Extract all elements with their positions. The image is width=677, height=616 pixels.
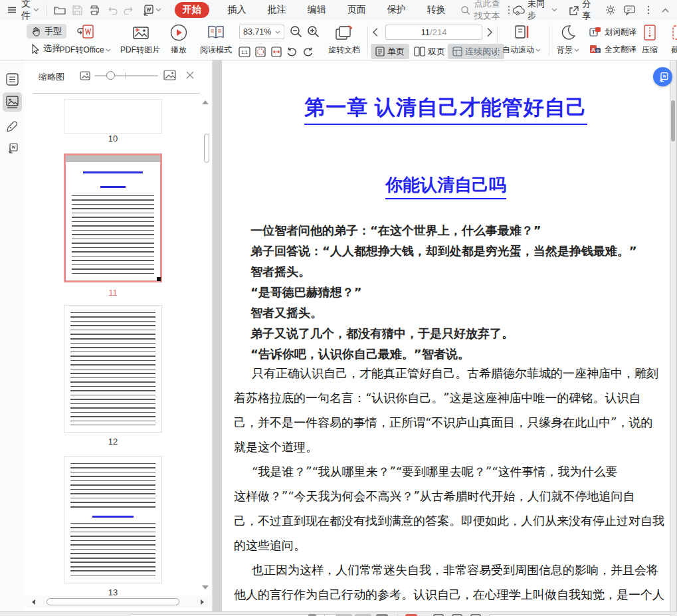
- auto-scroll-button[interactable]: 自动滚动: [500, 22, 543, 59]
- main-menu-icon[interactable]: [7, 3, 17, 17]
- pdf-to-image-button[interactable]: PDF转图片: [118, 22, 162, 59]
- document-scrollbar-thumb[interactable]: [671, 100, 675, 142]
- close-panel-icon[interactable]: [185, 70, 195, 80]
- tab-edit[interactable]: 编辑: [305, 3, 329, 17]
- fit-width-icon[interactable]: [270, 45, 282, 58]
- file-menu[interactable]: 文件: [21, 0, 33, 22]
- fit-page-icon[interactable]: [254, 45, 266, 58]
- thumbnail-page-12[interactable]: [64, 305, 162, 433]
- panel-horizontal-scrollbar-thumb[interactable]: [47, 598, 179, 605]
- background-button[interactable]: 背景: [553, 22, 583, 59]
- reading-mode-button[interactable]: 阅读模式: [195, 22, 237, 59]
- word-translate-button[interactable]: 划词翻译: [585, 25, 641, 39]
- rotate-right-icon[interactable]: [302, 45, 314, 58]
- panel-title: 缩略图: [39, 71, 64, 83]
- save-icon[interactable]: [72, 3, 82, 17]
- export-doc-strip-icon[interactable]: [3, 139, 22, 158]
- selection-handle[interactable]: [157, 277, 161, 281]
- titlebar: 文件 开始 插入 批注 编辑 页面 保护 转换 点此查找文本 未同步 分享: [0, 0, 677, 20]
- share-icon[interactable]: [569, 3, 579, 17]
- thumbnail-label-11[interactable]: 11: [64, 288, 162, 298]
- mini-text-lines: [70, 312, 155, 425]
- scroll-left-arrow[interactable]: [32, 599, 35, 605]
- undo-icon[interactable]: [107, 3, 118, 17]
- settings-gear-icon[interactable]: [605, 3, 616, 17]
- zoom-level-select[interactable]: 83.71%: [239, 25, 284, 39]
- thumbnail-size-slider-knob[interactable]: [106, 71, 115, 80]
- full-translate-icon: A文: [589, 44, 601, 54]
- share-label[interactable]: 分享: [582, 0, 595, 22]
- chevron-down-icon[interactable]: [155, 3, 163, 17]
- full-translate-button[interactable]: A文 全文翻译: [585, 42, 641, 56]
- search-box[interactable]: 点此查找文本: [460, 0, 512, 22]
- scroll-down-arrow[interactable]: [202, 585, 209, 589]
- thumbnail-size-slider-track[interactable]: [94, 75, 158, 76]
- tab-annotate[interactable]: 批注: [265, 3, 289, 17]
- full-translate-label: 全文翻译: [605, 44, 636, 55]
- panel-vertical-scrollbar-thumb[interactable]: [204, 134, 209, 163]
- tab-insert[interactable]: 插入: [225, 3, 249, 17]
- actual-size-icon[interactable]: 1:1: [238, 45, 250, 58]
- thumbnail-page-13[interactable]: [64, 456, 162, 583]
- outline-panel-icon[interactable]: [3, 70, 22, 89]
- panel-horizontal-scrollbar[interactable]: [24, 596, 212, 607]
- thumbnail-label-10[interactable]: 10: [64, 134, 162, 144]
- divider: [47, 5, 47, 15]
- rotate-left-icon[interactable]: [286, 45, 298, 58]
- small-thumbnail-size-icon[interactable]: [80, 71, 90, 80]
- document-vertical-scrollbar[interactable]: [670, 60, 676, 611]
- status-bar: [0, 611, 677, 616]
- play-label: 播放: [171, 45, 187, 56]
- rotate-document-icon: [323, 22, 365, 43]
- rotate-document-label: 旋转文档: [328, 45, 360, 56]
- single-page-view-button[interactable]: 单页: [371, 44, 409, 59]
- feedback-comment-icon[interactable]: [624, 3, 635, 17]
- export-as-doc-icon[interactable]: [142, 3, 153, 17]
- tab-page[interactable]: 页面: [345, 3, 369, 17]
- zoom-in-icon[interactable]: [307, 25, 320, 39]
- zoom-out-icon[interactable]: [290, 25, 303, 39]
- text-line: 着苏格拉底的一句名言：“认识你自己。”这是这座神庙中唯一的碑铭。认识自: [234, 385, 663, 410]
- thumbnail-label-12[interactable]: 12: [64, 437, 162, 447]
- collapse-ribbon-icon[interactable]: [660, 3, 670, 17]
- play-icon: [165, 22, 193, 43]
- scroll-right-arrow[interactable]: [201, 599, 204, 605]
- workspace: 缩略图 10 11 12: [0, 60, 677, 611]
- text-line: 就是这个道理。: [234, 435, 663, 459]
- sync-status[interactable]: 未同步: [528, 0, 548, 22]
- redo-icon[interactable]: [124, 3, 134, 17]
- cloud-sync-icon[interactable]: [512, 3, 525, 17]
- thumbnail-panel-icon[interactable]: [3, 92, 22, 112]
- next-page-icon[interactable]: [486, 27, 493, 37]
- continuous-reading-button[interactable]: 连续阅读: [448, 44, 504, 59]
- page-number-input[interactable]: 11/214: [385, 25, 482, 40]
- chevron-down-icon[interactable]: [33, 3, 41, 17]
- current-page: 11: [421, 27, 431, 37]
- tab-protect[interactable]: 保护: [385, 3, 409, 17]
- pdf-to-office-button[interactable]: PDF转Office: [54, 22, 116, 59]
- pdf-page[interactable]: 第一章 认清自己才能管好自己 你能认清自己吗 一位智者问他的弟子：“在这个世界上…: [222, 60, 670, 611]
- search-options-dots-icon[interactable]: [506, 3, 512, 17]
- screenshot-button[interactable]: 截图: [664, 22, 677, 59]
- annotation-pen-icon[interactable]: [3, 116, 22, 136]
- previous-page-icon[interactable]: [372, 27, 379, 37]
- thumbnail-page-10[interactable]: [64, 99, 162, 134]
- print-icon[interactable]: [89, 3, 100, 17]
- scroll-up-arrow[interactable]: [202, 100, 209, 104]
- chevron-down-icon[interactable]: [549, 3, 560, 17]
- more-dots-icon[interactable]: [643, 3, 654, 17]
- large-thumbnail-size-icon[interactable]: [163, 70, 176, 80]
- search-icon: [460, 3, 470, 17]
- export-to-doc-floating-button[interactable]: [653, 67, 672, 86]
- text-line: “我是谁？”“我从哪里来？”“要到哪里去呢？”“这件事情，我为什么要: [234, 459, 663, 484]
- mini-section-title: [92, 516, 134, 518]
- rotate-document-button[interactable]: 旋转文档: [323, 22, 365, 59]
- compress-label: 压缩: [642, 45, 658, 56]
- tab-convert[interactable]: 转换: [425, 3, 448, 17]
- body-text: 只有正确认识自己，才能真正管好自己。古希腊德尔菲城的一座神庙中，雕刻 着苏格拉底…: [234, 361, 663, 607]
- tab-home[interactable]: 开始: [175, 2, 209, 18]
- play-button[interactable]: 播放: [165, 22, 193, 59]
- compress-button[interactable]: 压缩: [636, 22, 663, 59]
- open-folder-icon[interactable]: [54, 3, 66, 17]
- thumbnail-page-11[interactable]: [64, 154, 162, 282]
